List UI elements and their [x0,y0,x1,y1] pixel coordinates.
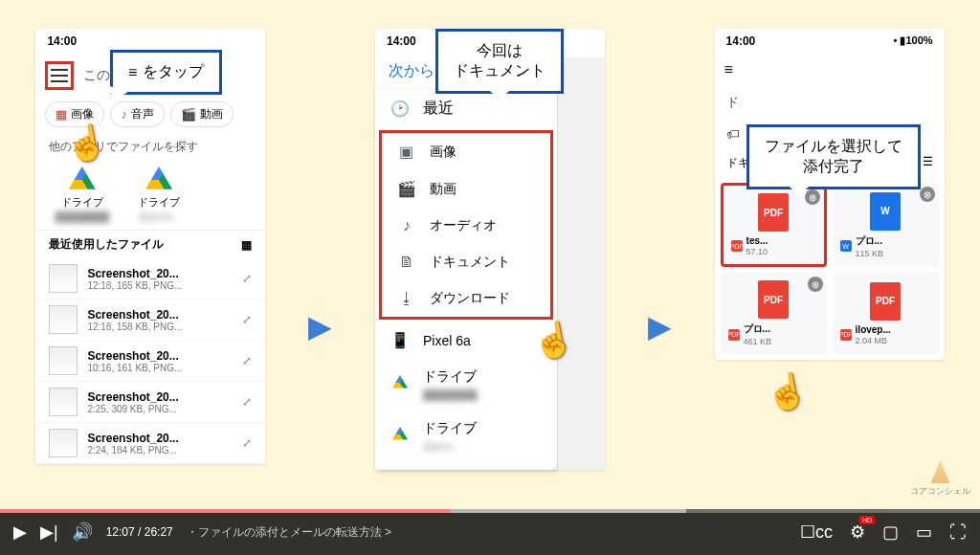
progress-track[interactable] [0,509,980,513]
download-icon: ⭳ [397,290,416,307]
drawer-item-recent[interactable]: 🕑最近 [375,89,557,128]
thumbnail [49,264,78,293]
file-row[interactable]: Screenshot_20...12:18, 165 KB, PNG...⤢ [35,258,265,300]
word-badge-icon: W [840,240,852,252]
pointing-hand-icon [65,124,96,172]
nav-drawer: 🕑最近 ▣画像 🎬動画 ♪オーディオ 🗎ドキュメント ⭳ダウンロード 📱Pixe… [375,89,557,470]
drawer-scrim [557,57,605,470]
file-row[interactable]: Screenshot_20...2:24, 184 KB, PNG...⤢ [35,423,265,464]
clock: 14:00 [726,34,756,48]
callout-attach-complete: ファイルを選択して 添付完了 [746,124,921,189]
expand-icon[interactable]: ⤢ [242,436,252,450]
account-email: ████████ [55,211,109,222]
thumbnail [49,388,78,416]
buffered-bar [0,509,686,513]
recent-files-title: 最近使用したファイル [49,236,164,253]
arrow-icon: ▶ [648,308,672,344]
theater-button[interactable]: ▭ [916,522,932,543]
pdf-icon: PDF [758,280,789,319]
drawer-item-drive-1[interactable]: ドライブ████████ [375,359,557,411]
drive-account-2[interactable]: ドライブ @gmail... [138,166,180,222]
audio-icon: ♪ [121,107,127,122]
thumbnail [49,429,78,457]
thumbnail [49,305,78,334]
channel-watermark: コアコンシェル [910,460,970,498]
drawer-item-document[interactable]: 🗎ドキュメント [382,244,550,280]
thumbnail [49,346,78,375]
miniplayer-button[interactable]: ▢ [882,522,899,543]
expand-icon[interactable]: ⤢ [242,395,252,409]
play-button[interactable]: ▶ [13,522,27,543]
chip-video[interactable]: 🎬動画 [170,101,234,127]
hamburger-menu-button[interactable]: ≡ [724,61,733,78]
clock: 14:00 [47,34,77,48]
callout-document: 今回は ドキュメント [435,29,564,94]
time-display: 12:07 / 26:27 [106,525,173,539]
expand-icon[interactable]: ⊗ [808,277,823,292]
volume-button[interactable]: 🔊 [72,522,93,543]
clock-icon: 🕑 [390,100,410,118]
video-icon: 🎬 [181,107,196,122]
drawer-item-drive-2[interactable]: ドライブ@gma... [375,411,557,462]
image-icon: ▣ [397,143,416,161]
drive-account-1[interactable]: ドライブ ████████ [55,166,109,222]
drawer-item-download[interactable]: ⭳ダウンロード [382,280,550,317]
file-tile[interactable]: ⊗ W Wプロ...115 KB [833,183,939,267]
watermark-icon [931,460,950,483]
drawer-item-video[interactable]: 🎬動画 [382,170,550,208]
pdf-badge-icon: PDF [840,329,852,341]
drawer-item-image[interactable]: ▣画像 [382,133,550,170]
word-icon: W [870,192,901,231]
battery-indicator: • ▮100% [894,34,933,48]
video-icon: 🎬 [397,180,416,198]
drive-icon [390,375,410,394]
audio-icon: ♪ [397,217,416,234]
file-row[interactable]: Screenshot_20...2:25, 309 KB, PNG...⤢ [35,382,265,423]
fullscreen-button[interactable]: ⛶ [949,522,967,543]
pointing-hand-icon [766,373,796,421]
chapter-title: ・ファイルの添付とメールの転送方法 > [187,524,391,541]
highlighted-categories: ▣画像 🎬動画 ♪オーディオ 🗎ドキュメント ⭳ダウンロード [379,130,553,320]
hamburger-menu-button[interactable] [45,61,74,90]
callout-tap-hamburger: ≡ をタップ [110,50,222,95]
file-tile[interactable]: ⊗ PDF PDFプロ...461 KB [721,273,827,354]
pointing-hand-icon [532,322,563,369]
arrow-icon: ▶ [308,308,332,344]
drawer-item-audio[interactable]: ♪オーディオ [382,208,550,244]
pdf-icon: PDF [870,282,901,321]
file-row[interactable]: Screenshot_20...12:18, 158 KB, PNG...⤢ [35,300,265,341]
captions-button[interactable]: ☐cc [800,522,833,543]
drive-icon [145,166,172,193]
settings-button[interactable]: ⚙ [850,522,865,543]
pdf-icon: PDF [758,193,789,232]
phone-icon: 📱 [390,331,410,349]
next-button[interactable]: ▶| [40,522,58,543]
document-icon: 🗎 [397,254,416,271]
grid-view-icon[interactable]: ▦ [241,238,252,252]
video-player-bar: ▶ ▶| 🔊 12:07 / 26:27 ・ファイルの添付とメールの転送方法 >… [0,509,980,555]
account-email: @gmail... [139,211,179,222]
expand-icon[interactable]: ⤢ [242,272,252,285]
hamburger-icon-glyph: ≡ [128,64,137,81]
title-prefix: ド [726,94,739,111]
expand-icon[interactable]: ⤢ [242,313,252,326]
pdf-badge-icon: PDF [728,329,740,341]
phone-3: 14:00 • ▮100% ≡ ド 🏷 ドキュメ イル ☰ ⊗ PDF PDFt… [715,29,945,360]
expand-icon[interactable]: ⤢ [242,354,252,367]
list-view-icon[interactable]: ☰ [923,155,933,171]
status-bar: 14:00 • ▮100% [715,29,945,54]
clock: 14:00 [387,34,416,48]
drive-icon [390,427,410,446]
expand-icon[interactable]: ⊗ [920,187,935,202]
tag-icon: 🏷 [726,126,740,142]
file-tile[interactable]: PDF PDFilovep...2.04 MB [833,273,939,354]
pdf-badge-icon: PDF [731,240,743,252]
image-icon: ▦ [56,107,67,122]
file-row[interactable]: Screenshot_20...10:16, 161 KB, PNG...⤢ [35,341,265,382]
picker-title: この [83,67,110,84]
